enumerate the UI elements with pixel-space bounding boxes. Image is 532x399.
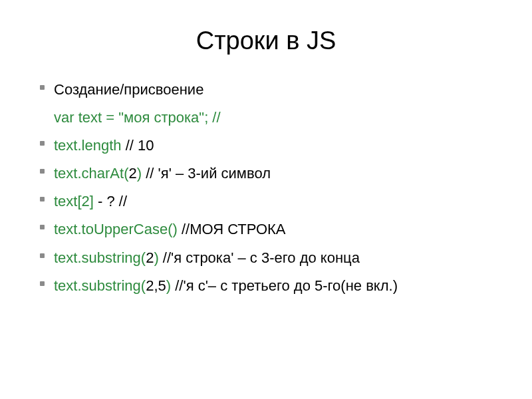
bullet-line-6: text.toUpperCase() //МОЯ СТРОКА — [40, 218, 492, 241]
code-index: text[2] — [54, 193, 94, 209]
arg-substr2: 2,5 — [146, 277, 166, 294]
slide-content: Создание/присвоение var text = "моя стро… — [40, 78, 492, 297]
code-substr2-close: ) — [166, 277, 171, 294]
bullet-line-8: text.substring(2,5) //'я с'– с третьего … — [40, 275, 492, 297]
comment-upper: //МОЯ СТРОКА — [178, 221, 286, 237]
code-substr2-open: text.substring( — [54, 277, 146, 294]
code-string-literal: "моя строка" — [118, 109, 204, 126]
bullet-icon — [40, 253, 45, 258]
text-line-6: text.toUpperCase() //МОЯ СТРОКА — [54, 218, 286, 241]
code-charat-open: text.charAt( — [54, 165, 128, 182]
bullet-line-3: text.length // 10 — [40, 134, 492, 157]
comment-index: - ? // — [94, 193, 127, 209]
text-line-3: text.length // 10 — [54, 134, 154, 157]
text-line-7: text.substring(2) //'я строка' – с 3-его… — [54, 247, 360, 269]
text-line-5: text[2] - ? // — [54, 190, 127, 213]
code-trailing: ; // — [204, 109, 220, 126]
code-charat-close: ) — [137, 165, 142, 182]
bullet-icon — [40, 197, 45, 201]
bullet-icon — [40, 225, 45, 229]
bullet-icon — [40, 85, 45, 90]
comment-substr2: //'я с'– с третьего до 5-го(не вкл.) — [171, 277, 398, 294]
bullet-line-7: text.substring(2) //'я строка' – с 3-его… — [40, 247, 492, 269]
code-var-decl: var text = — [54, 109, 118, 126]
bullet-icon — [40, 141, 45, 146]
comment-charat: // 'я' – 3-ий символ — [142, 165, 271, 182]
text-line-1: Создание/присвоение — [54, 78, 203, 101]
line-2: var text = "моя строка"; // — [40, 106, 492, 129]
code-length: text.length — [54, 137, 122, 154]
comment-substr1: //'я строка' – с 3-его до конца — [159, 249, 360, 266]
bullet-icon — [40, 169, 45, 174]
bullet-line-1: Создание/присвоение — [40, 78, 492, 101]
slide-container: Строки в JS Создание/присвоение var text… — [0, 0, 532, 399]
bullet-line-5: text[2] - ? // — [40, 190, 492, 213]
arg-2: 2 — [128, 165, 136, 182]
code-substr1-open: text.substring( — [54, 249, 146, 266]
code-upper: text.toUpperCase() — [54, 221, 178, 237]
code-substr1-close: ) — [154, 249, 158, 266]
text-line-4: text.charAt(2) // 'я' – 3-ий символ — [54, 162, 271, 185]
slide-title: Строки в JS — [40, 27, 492, 55]
arg-substr1: 2 — [146, 249, 154, 266]
text-line-8: text.substring(2,5) //'я с'– с третьего … — [54, 275, 398, 297]
comment-length: // 10 — [122, 137, 154, 154]
bullet-icon — [40, 281, 45, 286]
bullet-line-4: text.charAt(2) // 'я' – 3-ий символ — [40, 162, 492, 185]
